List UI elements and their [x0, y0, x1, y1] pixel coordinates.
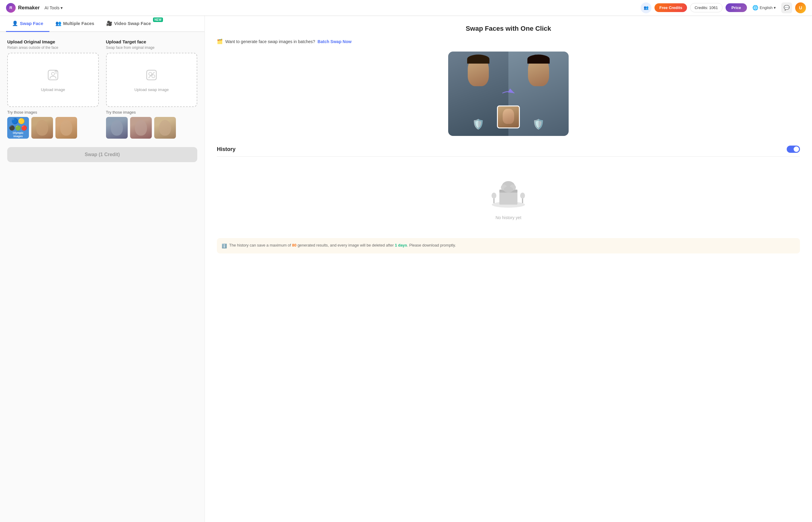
layers-icon: 🗂️: [217, 39, 223, 44]
svg-point-4: [152, 75, 155, 78]
notification-button[interactable]: 💬: [781, 2, 792, 13]
main-layout: 👤 Swap Face 👥 Multiple Faces 🎥 Video Swa…: [0, 16, 812, 522]
credits-button[interactable]: Credits: 1061: [690, 3, 722, 12]
original-sample-1[interactable]: [31, 117, 53, 139]
olympic-rings-icon: 🔵🟡: [12, 118, 25, 124]
upload-original-label: Upload Original Image: [7, 39, 99, 44]
ai-tools-button[interactable]: AI Tools ▾: [42, 4, 65, 12]
svg-point-15: [492, 193, 496, 199]
globe-icon: 🌐: [752, 5, 758, 11]
hair-right: [527, 55, 550, 64]
left-panel: 👤 Swap Face 👥 Multiple Faces 🎥 Video Swa…: [0, 16, 205, 522]
upload-icon: [46, 68, 60, 85]
original-sample-2[interactable]: [56, 117, 77, 139]
tab-swap-face[interactable]: 👤 Swap Face: [6, 16, 49, 32]
topbar-right: 👥 Free Credits Credits: 1061 Price 🌐 Eng…: [641, 2, 806, 13]
target-sample-2[interactable]: [130, 117, 152, 139]
upload-original-box[interactable]: Upload image: [7, 53, 99, 107]
topbar: R Remaker AI Tools ▾ 👥 Free Credits Cred…: [0, 0, 812, 16]
language-button[interactable]: 🌐 English ▾: [750, 4, 778, 12]
superman-logo-left: 🛡️: [472, 118, 484, 130]
olympic-sample[interactable]: 🔵🟡 ⚫🟢🔴 Olympic images: [7, 117, 29, 139]
arrow-overlay: [501, 88, 516, 99]
price-button[interactable]: Price: [726, 3, 747, 12]
svg-rect-8: [499, 191, 517, 205]
video-icon: 🎥: [106, 20, 112, 26]
try-original-label: Try those images: [7, 110, 99, 115]
target-sample-images: [106, 117, 197, 139]
demo-image-wrapper: 🛡️: [448, 52, 569, 136]
face-overlay: [497, 105, 520, 128]
upload-target-text: Upload swap image: [134, 87, 169, 92]
swap-button-container: Swap (1 Credit): [7, 147, 197, 162]
history-title: History: [217, 146, 235, 153]
notice-text: The history can save a maximum of 80 gen…: [229, 242, 456, 249]
group-icon-button[interactable]: 👥: [641, 2, 651, 13]
history-header: History: [217, 145, 800, 157]
history-toggle[interactable]: [787, 145, 800, 153]
tab-multiple-faces[interactable]: 👥 Multiple Faces: [49, 16, 100, 32]
upload-target-section: Upload Target face Swap face from origin…: [106, 39, 197, 139]
logo-icon: R: [6, 3, 16, 13]
tabs-bar: 👤 Swap Face 👥 Multiple Faces 🎥 Video Swa…: [0, 16, 205, 32]
try-target-label: Try those images: [106, 110, 197, 115]
svg-point-13: [504, 186, 513, 193]
right-panel-title: Swap Faces with One Click: [217, 25, 800, 33]
superman-logo-right: 🛡️: [533, 118, 544, 130]
topbar-left: R Remaker AI Tools ▾: [6, 3, 65, 13]
upload-swap-icon: [144, 68, 159, 85]
target-sample-1[interactable]: [106, 117, 128, 139]
upload-target-box[interactable]: Upload swap image: [106, 53, 197, 107]
upload-row: Upload Original Image Retain areas outsi…: [7, 39, 197, 139]
left-content: Upload Original Image Retain areas outsi…: [0, 32, 205, 169]
chevron-down-icon: ▾: [774, 5, 776, 10]
chevron-down-icon: ▾: [61, 5, 63, 10]
no-history-text: No history yet: [496, 215, 521, 220]
tab-video-swap-face[interactable]: 🎥 Video Swap Face NEW: [100, 16, 162, 32]
svg-point-1: [51, 72, 55, 75]
free-credits-button[interactable]: Free Credits: [654, 3, 687, 12]
users-icon: 👥: [56, 20, 61, 26]
swap-button[interactable]: Swap (1 Credit): [7, 147, 197, 162]
target-sample-3[interactable]: [154, 117, 176, 139]
empty-illustration: [489, 176, 528, 210]
user-icon: 👤: [12, 20, 18, 26]
new-badge: NEW: [153, 18, 163, 22]
batch-row: 🗂️ Want to generate face swap images in …: [217, 39, 800, 44]
upload-target-label: Upload Target face: [106, 39, 197, 44]
original-sample-images: 🔵🟡 ⚫🟢🔴 Olympic images: [7, 117, 99, 139]
avatar[interactable]: U: [795, 2, 806, 13]
empty-history: No history yet: [217, 164, 800, 238]
upload-original-section: Upload Original Image Retain areas outsi…: [7, 39, 99, 139]
history-notice: ℹ️ The history can save a maximum of 80 …: [217, 238, 800, 254]
right-panel: Swap Faces with One Click 🗂️ Want to gen…: [205, 16, 812, 522]
svg-point-17: [520, 193, 525, 199]
demo-container: 🛡️: [448, 52, 569, 136]
upload-target-sublabel: Swap face from original image: [106, 45, 197, 50]
upload-original-text: Upload image: [41, 87, 65, 92]
olympic-text: Olympic images: [13, 132, 23, 138]
upload-original-sublabel: Retain areas outside of the face: [7, 45, 99, 50]
brand-name: Remaker: [18, 5, 40, 11]
info-icon: ℹ️: [222, 243, 227, 249]
batch-swap-link[interactable]: Batch Swap Now: [317, 39, 352, 44]
hair-left: [467, 55, 490, 64]
